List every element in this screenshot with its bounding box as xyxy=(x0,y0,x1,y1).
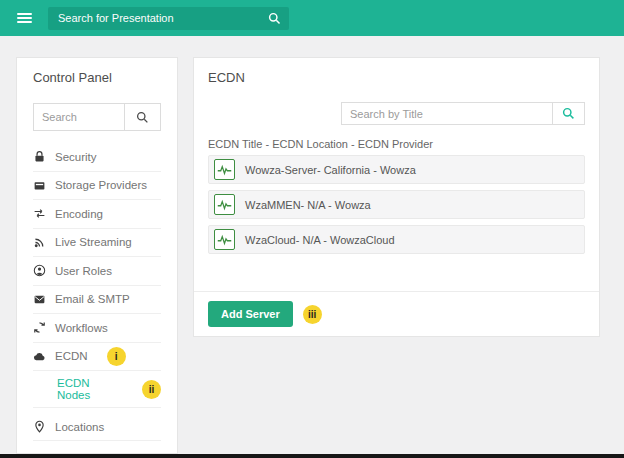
title-search-input[interactable] xyxy=(341,102,552,125)
sidebar-item-label: ECDN xyxy=(55,350,88,362)
user-icon xyxy=(33,264,46,277)
server-list-header: ECDN Title - ECDN Location - ECDN Provid… xyxy=(208,138,585,150)
sidebar-item-label: Encoding xyxy=(55,208,103,220)
ecdn-panel: ECDN ECDN Title - ECDN Location - ECDN P… xyxy=(193,57,600,337)
broadcast-icon xyxy=(33,236,46,249)
cloud-icon xyxy=(33,350,46,363)
hamburger-menu-icon[interactable] xyxy=(17,11,32,25)
sidebar-menu: Security Storage Providers Encoding Live… xyxy=(33,143,161,441)
server-row-wowza-server[interactable]: Wowza-Server- California - Wowza xyxy=(208,155,585,184)
sidebar-item-user-roles[interactable]: User Roles xyxy=(33,257,161,286)
sidebar-item-label: Security xyxy=(55,151,97,163)
panel-footer: Add Server iii xyxy=(194,291,599,336)
storage-icon xyxy=(33,179,46,192)
sidebar-item-storage-providers[interactable]: Storage Providers xyxy=(33,172,161,201)
bottom-bar xyxy=(0,454,624,458)
search-icon xyxy=(562,107,575,120)
server-pulse-icon xyxy=(214,159,235,180)
sidebar-item-workflows[interactable]: Workflows xyxy=(33,314,161,343)
sidebar-item-email-smtp[interactable]: Email & SMTP xyxy=(33,286,161,315)
sidebar-item-encoding[interactable]: Encoding xyxy=(33,200,161,229)
sidebar-item-security[interactable]: Security xyxy=(33,143,161,172)
top-bar xyxy=(0,0,624,36)
map-pin-icon xyxy=(33,420,46,433)
sidebar-item-ecdn-nodes[interactable]: ECDN Nodes ii xyxy=(33,371,161,408)
server-pulse-icon xyxy=(214,194,235,215)
add-server-button[interactable]: Add Server xyxy=(208,301,293,327)
envelope-icon xyxy=(33,293,46,306)
sidebar-item-label: Storage Providers xyxy=(55,179,147,191)
sidebar-search xyxy=(33,103,161,131)
search-icon[interactable] xyxy=(268,12,281,25)
control-panel-sidebar: Control Panel Security Storage Providers… xyxy=(16,57,178,454)
sidebar-item-label: Workflows xyxy=(55,322,108,334)
sidebar-item-live-streaming[interactable]: Live Streaming xyxy=(33,229,161,258)
sidebar-item-label: User Roles xyxy=(55,265,112,277)
annotation-badge-ii: ii xyxy=(142,380,161,399)
sidebar-title: Control Panel xyxy=(17,58,177,85)
sidebar-item-label: Live Streaming xyxy=(55,236,132,248)
workflow-arrows-icon xyxy=(33,321,46,334)
server-title: WzaCloud- N/A - WowzaCloud xyxy=(245,234,395,246)
page-title: ECDN xyxy=(194,58,599,85)
sidebar-item-label: Email & SMTP xyxy=(55,293,130,305)
lock-icon xyxy=(33,150,46,163)
title-search-button[interactable] xyxy=(552,102,585,125)
search-icon xyxy=(136,111,149,124)
title-search xyxy=(341,102,585,125)
server-title: WzaMMEN- N/A - Wowza xyxy=(245,199,371,211)
presentation-search xyxy=(48,7,289,30)
annotation-badge-i: i xyxy=(107,347,126,366)
sidebar-item-label: ECDN Nodes xyxy=(57,377,123,401)
presentation-search-input[interactable] xyxy=(48,7,289,30)
sidebar-item-label: Locations xyxy=(55,421,104,433)
sidebar-item-ecdn[interactable]: ECDN i xyxy=(33,343,161,372)
annotation-badge-iii: iii xyxy=(303,305,322,324)
transfer-arrows-icon xyxy=(33,207,46,220)
server-row-wzammen[interactable]: WzaMMEN- N/A - Wowza xyxy=(208,190,585,219)
server-row-wzacloud[interactable]: WzaCloud- N/A - WowzaCloud xyxy=(208,225,585,254)
sidebar-search-button[interactable] xyxy=(124,103,161,131)
sidebar-search-input[interactable] xyxy=(33,103,124,131)
server-pulse-icon xyxy=(214,229,235,250)
server-title: Wowza-Server- California - Wowza xyxy=(245,164,416,176)
sidebar-item-locations[interactable]: Locations xyxy=(33,408,161,441)
